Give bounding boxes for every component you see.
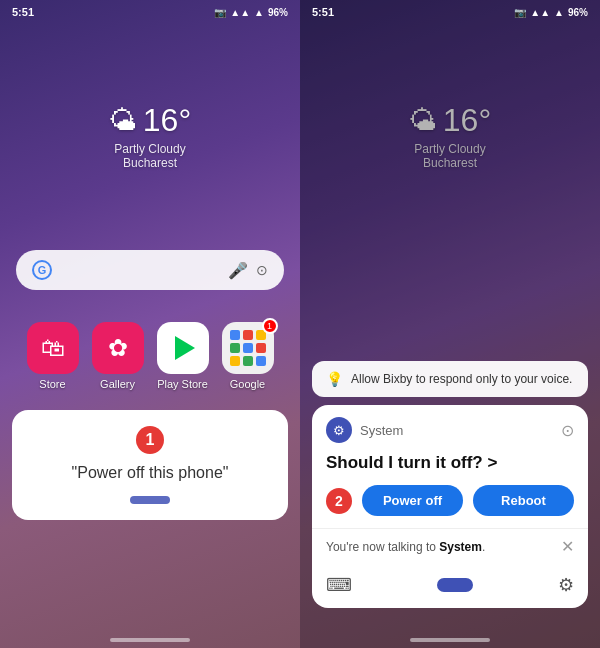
close-button[interactable]: ✕ — [561, 537, 574, 556]
system-card: ⚙ System ⊙ Should I turn it off? > 2 Pow… — [312, 405, 588, 608]
status-bar-left: 5:51 📷 ▲▲ ▲ 96% — [0, 0, 300, 22]
signal-icon: ▲▲ — [230, 7, 250, 18]
step1-badge: 1 — [136, 426, 164, 454]
search-bar-left[interactable]: G 🎤 ⊙ — [16, 250, 284, 290]
weather-city-left: Bucharest — [123, 156, 177, 170]
google-badge: 1 — [262, 318, 278, 334]
bixby-pill-right — [437, 578, 473, 592]
system-buttons: 2 Power off Reboot — [312, 485, 588, 528]
battery-right: 96% — [568, 7, 588, 18]
mic-icon-left: 🎤 — [228, 261, 248, 280]
wifi-icon-r: ▲ — [554, 7, 564, 18]
keyboard-icon[interactable]: ⌨ — [326, 574, 352, 596]
battery-left: 96% — [268, 7, 288, 18]
signal-icon-r: ▲▲ — [530, 7, 550, 18]
weather-icon-left: 🌤 — [109, 104, 137, 137]
home-indicator-right — [410, 638, 490, 642]
weather-desc-left: Partly Cloudy — [114, 142, 185, 156]
time-right: 5:51 — [312, 6, 334, 18]
google-label: Google — [230, 378, 265, 390]
bixby-card-left: 1 "Power off this phone" — [12, 410, 288, 520]
talking-text: You're now talking to System. — [326, 540, 485, 554]
google-apps-icon: 1 — [222, 322, 274, 374]
right-phone-screen: 5:51 📷 ▲▲ ▲ 96% 🌤 16° Partly Cloudy Buch… — [300, 0, 600, 648]
playstore-icon — [157, 322, 209, 374]
wifi-icon: ▲ — [254, 7, 264, 18]
time-left: 5:51 — [12, 6, 34, 18]
camera-icon-r: 📷 — [514, 7, 526, 18]
reboot-button[interactable]: Reboot — [473, 485, 574, 516]
system-settings-icon[interactable]: ⊙ — [561, 421, 574, 440]
lens-icon-left: ⊙ — [256, 262, 268, 278]
system-panel: 💡 Allow Bixby to respond only to your vo… — [312, 361, 588, 608]
google-logo-left: G — [32, 260, 52, 280]
system-footer: ⌨ ⚙ — [312, 566, 588, 608]
app-google-item[interactable]: 1 Google — [222, 322, 274, 390]
status-icons-left: 📷 ▲▲ ▲ 96% — [214, 7, 288, 18]
gallery-label: Gallery — [100, 378, 135, 390]
system-title: System — [360, 423, 403, 438]
bixby-hint-bar: 💡 Allow Bixby to respond only to your vo… — [312, 361, 588, 397]
gear-icon[interactable]: ⚙ — [558, 574, 574, 596]
playstore-label: Play Store — [157, 378, 208, 390]
status-bar-right: 5:51 📷 ▲▲ ▲ 96% — [300, 0, 600, 22]
weather-widget-left: 🌤 16° Partly Cloudy Bucharest — [0, 102, 300, 170]
store-label: Store — [39, 378, 65, 390]
weather-temp-left: 16° — [143, 102, 191, 139]
system-icon: ⚙ — [326, 417, 352, 443]
gallery-icon: ✿ — [92, 322, 144, 374]
bixby-pill — [130, 496, 170, 504]
left-phone-screen: 5:51 📷 ▲▲ ▲ 96% 🌤 16° Partly Cloudy Buch… — [0, 0, 300, 648]
power-off-button[interactable]: Power off — [362, 485, 463, 516]
step2-badge: 2 — [326, 488, 352, 514]
system-header: ⚙ System ⊙ — [312, 405, 588, 449]
bulb-icon: 💡 — [326, 371, 343, 387]
store-icon: 🛍 — [27, 322, 79, 374]
hint-text: Allow Bixby to respond only to your voic… — [351, 372, 572, 386]
bixby-quote: "Power off this phone" — [72, 464, 229, 482]
app-store-item[interactable]: 🛍 Store — [27, 322, 79, 390]
camera-icon: 📷 — [214, 7, 226, 18]
app-gallery-item[interactable]: ✿ Gallery — [92, 322, 144, 390]
system-question[interactable]: Should I turn it off? > — [312, 449, 588, 485]
status-icons-right: 📷 ▲▲ ▲ 96% — [514, 7, 588, 18]
app-playstore-item[interactable]: Play Store — [157, 322, 209, 390]
app-row-left: 🛍 Store ✿ Gallery Play Store — [0, 306, 300, 406]
system-talking: You're now talking to System. ✕ — [312, 528, 588, 566]
home-indicator-left — [110, 638, 190, 642]
